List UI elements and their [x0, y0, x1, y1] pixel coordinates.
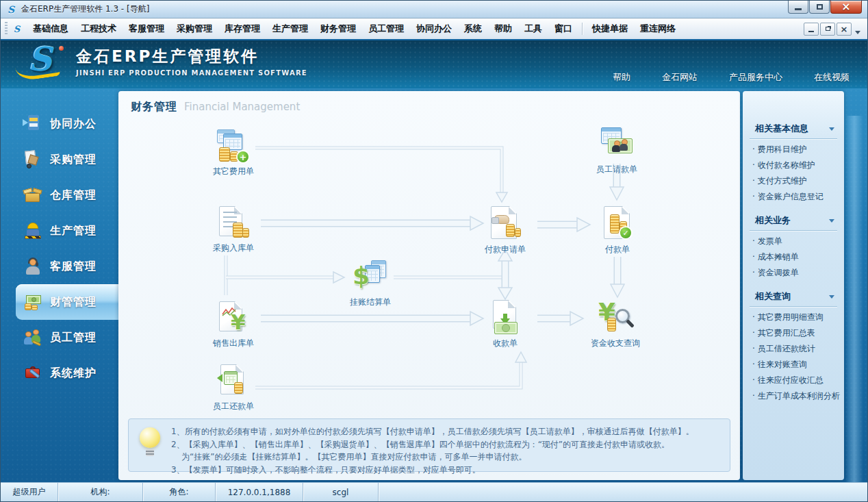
link-help[interactable]: 帮助: [613, 71, 630, 84]
employee-icon: [23, 327, 43, 348]
menu-item-reconnect-network[interactable]: 重连网络: [634, 20, 682, 38]
flow-node-receipt-bill[interactable]: 收款单: [472, 300, 538, 349]
section-title: 相关查询: [755, 290, 791, 303]
flow-node-sales-outbound[interactable]: 销售出库单: [201, 300, 266, 349]
coins-shape: [515, 228, 521, 237]
banner-links: 帮助 金石网站 产品服务中心 在线视频: [613, 71, 850, 84]
sidebar-item-customer-service[interactable]: 客服管理: [1, 249, 118, 284]
rightbar-item-pay-method-maintain[interactable]: 支付方式维护: [752, 173, 839, 189]
section-header-related-query[interactable]: 相关查询: [750, 286, 837, 307]
menu-bar: S 基础信息 工程技术 客服管理 采购管理 库存管理 生产管理 财务管理 员工管…: [1, 18, 867, 40]
toolbar-grip[interactable]: [5, 22, 8, 36]
menu-item-customer-service[interactable]: 客服管理: [123, 20, 170, 38]
sidebar-item-warehouse[interactable]: 仓库管理: [1, 177, 118, 213]
coins-shape: [233, 223, 243, 238]
mdi-minimize-button[interactable]: [804, 23, 819, 36]
sidebar-item-label: 系统维护: [50, 366, 97, 381]
close-button[interactable]: [830, 1, 862, 14]
rightbar-item-other-expense-summary[interactable]: 其它费用汇总表: [752, 325, 839, 341]
person-shape: [620, 139, 628, 151]
shape: [25, 331, 31, 337]
window-controls: [787, 1, 862, 14]
mdi-close-button[interactable]: [837, 23, 852, 36]
finance-icon: [23, 292, 43, 312]
link-online-video[interactable]: 在线视频: [814, 71, 850, 84]
sidebar-item-label: 客服管理: [50, 260, 97, 274]
rightbar-item-expense-subject-maintain[interactable]: 费用科目维护: [752, 142, 839, 158]
rightbar-item-fund-transfer-bill[interactable]: 资金调拨单: [752, 265, 839, 281]
rightbar-item-other-expense-detail-query[interactable]: 其它费用明细查询: [752, 310, 839, 325]
sidebar-item-label: 生产管理: [50, 224, 97, 238]
logo-dot-shape: [59, 46, 64, 51]
flow-node-employee-repayment[interactable]: 员工还款单: [201, 363, 266, 412]
coins-shape: [234, 382, 243, 394]
chevron-down-icon: [829, 295, 834, 299]
rightbar-item-cost-amortize-bill[interactable]: 成本摊销单: [752, 249, 839, 265]
coins-shape: [506, 224, 515, 237]
status-organization: 机构:: [58, 483, 143, 501]
menu-item-basic-info[interactable]: 基础信息: [27, 20, 75, 38]
toolbar-overflow-icon[interactable]: [855, 31, 860, 34]
mdi-restore-button[interactable]: [820, 23, 835, 36]
menu-item-engineering[interactable]: 工程技术: [75, 20, 123, 38]
title-bar[interactable]: S 金石ERP生产管理软件 1.3 - [导航]: [1, 1, 867, 18]
sidebar-item-system-maintenance[interactable]: 系统维护: [1, 355, 118, 391]
banner-titles: 金石ERP生产管理软件 JINSHI ERP PRODUCTION MANAGE…: [76, 46, 307, 88]
flow-node-employee-payment-request[interactable]: 员工请款单: [584, 126, 650, 175]
shape: [29, 123, 38, 127]
receipt-bill-icon: [487, 300, 524, 337]
flow-node-label: 员工还款单: [201, 401, 266, 412]
link-jinshi-website[interactable]: 金石网站: [662, 71, 698, 84]
maximize-button[interactable]: [809, 1, 830, 14]
rightbar-item-reconcile-query[interactable]: 往来对账查询: [752, 357, 839, 373]
link-product-service-center[interactable]: 产品服务中心: [729, 71, 782, 84]
section-header-related-basic-info[interactable]: 相关基本信息: [750, 118, 837, 139]
menu-item-employee[interactable]: 员工管理: [362, 20, 410, 38]
warehouse-icon: [23, 185, 43, 205]
sidebar-item-label: 采购管理: [50, 153, 97, 167]
rightbar-item-payment-name-maintain[interactable]: 收付款名称维护: [752, 158, 839, 173]
menu-item-system[interactable]: 系统: [458, 20, 488, 38]
rightbar-item-fund-account-register[interactable]: 资金账户信息登记: [752, 189, 839, 205]
menu-item-collaboration[interactable]: 协同办公: [410, 20, 458, 38]
sidebar-item-finance[interactable]: 财管管理: [16, 284, 118, 320]
note-line: 为“挂账”的必须走【挂账结算单】。【其它费用单】直接对应付款申请，可多单一并申请…: [171, 451, 722, 464]
window-title: 金石ERP生产管理软件 1.3 - [导航]: [21, 3, 149, 15]
sidebar-item-employee[interactable]: 员工管理: [1, 320, 118, 355]
shape: [25, 236, 41, 239]
minimize-button[interactable]: [788, 1, 808, 14]
employee-payment-request-icon: [598, 126, 635, 163]
magnifier-icon: [615, 309, 630, 323]
flow-node-other-expense-bill[interactable]: 其它费用单: [201, 128, 266, 177]
sidebar-item-purchasing[interactable]: 采购管理: [1, 142, 118, 177]
section-title: 相关业务: [755, 214, 791, 227]
flow-node-fund-query[interactable]: 资金收支查询: [583, 300, 648, 349]
flow-node-credit-settlement[interactable]: 挂账结算单: [337, 259, 403, 308]
menu-item-purchasing[interactable]: 采购管理: [170, 20, 218, 38]
rightbar-item-order-cost-profit-analysis[interactable]: 生产订单成本利润分析: [752, 388, 839, 404]
rightbar-item-payable-receivable-summary[interactable]: 往来应付应收汇总: [752, 373, 839, 388]
mdi-restore-icon: [826, 27, 830, 31]
sidebar-item-collaboration[interactable]: 协同办公: [1, 106, 118, 142]
menu-item-window[interactable]: 窗口: [548, 20, 578, 38]
shape: [29, 118, 38, 121]
rightbar-item-invoice-bill[interactable]: 发票单: [752, 234, 839, 249]
menu-item-production[interactable]: 生产管理: [266, 20, 314, 38]
chevron-down-icon: [829, 219, 834, 223]
menu-item-tools[interactable]: 工具: [518, 20, 548, 38]
flow-node-payment-application[interactable]: 付款申请单: [472, 206, 538, 255]
section-list-related-business: 发票单 成本摊销单 资金调拨单: [743, 234, 844, 281]
menu-item-quick-bills[interactable]: 快捷单据: [586, 20, 634, 38]
sidebar-item-production[interactable]: 生产管理: [1, 213, 118, 249]
section-header-related-business[interactable]: 相关业务: [750, 210, 837, 231]
payment-application-bill-icon: [487, 206, 524, 243]
menu-item-inventory[interactable]: 库存管理: [218, 20, 266, 38]
customer-service-icon: [23, 256, 43, 277]
shape: [26, 266, 40, 275]
flow-node-payment-bill[interactable]: 付款单: [585, 206, 650, 255]
rightbar-item-employee-loan-stats[interactable]: 员工借还款统计: [752, 341, 839, 357]
flow-node-purchase-inbound[interactable]: 采购入库单: [201, 205, 266, 254]
menu-item-help[interactable]: 帮助: [488, 20, 518, 38]
check-badge-icon: [620, 227, 631, 238]
menu-item-finance[interactable]: 财务管理: [314, 20, 362, 38]
